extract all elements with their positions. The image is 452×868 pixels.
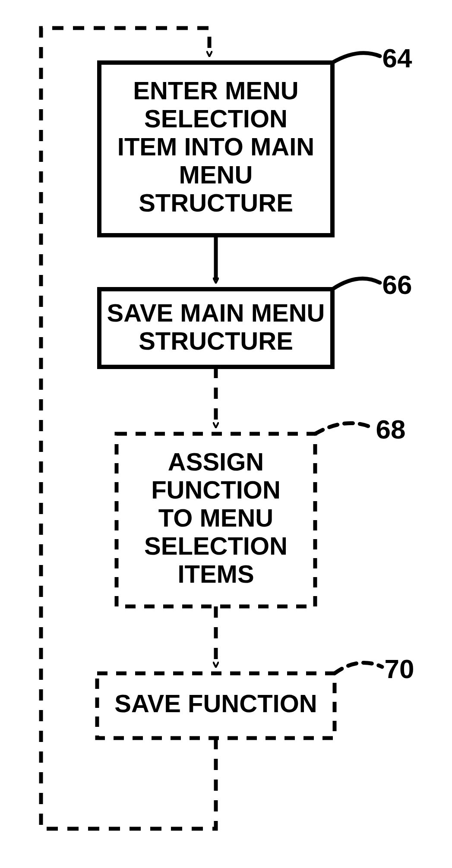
node-68: ASSIGN FUNCTION TO MENU SELECTION ITEMS: [117, 434, 315, 606]
node-64-line1: ENTER MENU: [133, 76, 298, 104]
node-68-line2: FUNCTION: [151, 476, 281, 504]
node-70: SAVE FUNCTION: [97, 673, 335, 738]
ref-70-label: 70: [385, 654, 414, 684]
ref-64-leader: [332, 53, 380, 63]
node-66-line1: SAVE MAIN MENU: [107, 299, 325, 327]
node-64-line4: MENU: [179, 161, 253, 189]
node-68-line5: ITEMS: [177, 560, 254, 588]
node-68-line3: TO MENU: [158, 504, 273, 532]
node-70-line1: SAVE FUNCTION: [114, 689, 317, 717]
node-64-line2: SELECTION: [144, 104, 288, 133]
node-66: SAVE MAIN MENU STRUCTURE: [99, 289, 332, 367]
ref-68-leader: [315, 423, 371, 434]
node-64-line5: STRUCTURE: [139, 189, 293, 217]
flowchart-svg: ENTER MENU SELECTION ITEM INTO MAIN MENU…: [0, 0, 452, 868]
node-68-line1: ASSIGN: [168, 448, 264, 476]
ref-66-leader: [332, 278, 380, 289]
ref-64-label: 64: [382, 43, 412, 73]
node-64-line3: ITEM INTO MAIN: [117, 133, 314, 161]
node-66-line2: STRUCTURE: [139, 327, 293, 355]
node-64: ENTER MENU SELECTION ITEM INTO MAIN MENU…: [99, 63, 332, 235]
ref-66-label: 66: [382, 270, 412, 300]
ref-70-leader: [335, 663, 382, 673]
ref-68-label: 68: [376, 414, 406, 444]
node-68-line4: SELECTION: [144, 532, 288, 560]
